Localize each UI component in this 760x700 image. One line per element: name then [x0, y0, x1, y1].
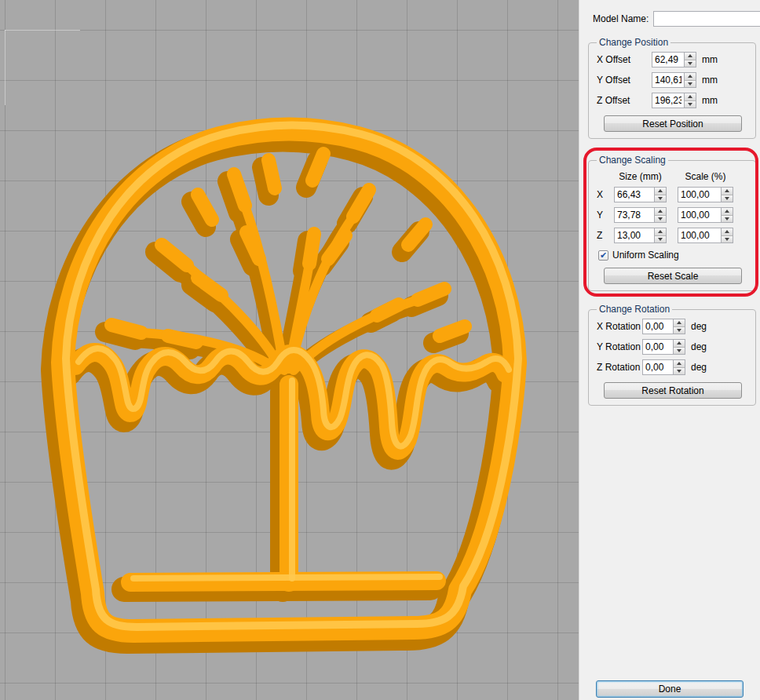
- axis-y-label: Y: [597, 210, 614, 221]
- spin-down-icon: [677, 349, 681, 352]
- y-offset-unit: mm: [702, 75, 718, 86]
- spin-up-icon: [658, 210, 663, 213]
- spin-up-icon: [688, 75, 692, 78]
- x-offset-input[interactable]: [652, 53, 684, 67]
- spin-up-icon: [725, 210, 729, 213]
- spin-down-icon: [658, 197, 663, 200]
- z-size-input[interactable]: [615, 228, 654, 242]
- scale-row-z: Z: [597, 225, 749, 246]
- z-rotation-row: Z Rotation deg: [597, 357, 749, 377]
- z-offset-unit: mm: [702, 95, 718, 106]
- z-rotation-spin-down[interactable]: [674, 367, 685, 375]
- z-offset-input[interactable]: [652, 93, 684, 108]
- scale-row-y: Y: [597, 205, 749, 225]
- spin-up-icon: [725, 189, 729, 192]
- x-offset-unit: mm: [702, 54, 718, 65]
- y-rotation-spin-down[interactable]: [674, 347, 685, 355]
- z-scale-input[interactable]: [678, 228, 721, 242]
- y-rotation-spinbox: [642, 339, 685, 355]
- z-offset-spin-up[interactable]: [685, 93, 696, 100]
- reset-position-button[interactable]: Reset Position: [604, 115, 742, 132]
- model-name-input[interactable]: [653, 11, 760, 27]
- spin-down-icon: [688, 62, 692, 65]
- spin-down-icon: [725, 197, 729, 200]
- x-size-spin-up[interactable]: [655, 188, 666, 195]
- scale-column-header: Scale (%): [678, 171, 733, 182]
- y-scale-spin-up[interactable]: [722, 208, 733, 215]
- y-offset-spin-up[interactable]: [685, 73, 696, 80]
- x-offset-label: X Offset: [597, 54, 652, 65]
- z-rotation-spinbox: [642, 359, 685, 375]
- y-offset-input[interactable]: [652, 73, 684, 87]
- y-size-spin-down[interactable]: [655, 215, 666, 223]
- z-offset-spin-down[interactable]: [685, 100, 696, 108]
- y-offset-label: Y Offset: [597, 75, 652, 86]
- change-scaling-title: Change Scaling: [597, 155, 668, 166]
- model-name-label: Model Name:: [593, 13, 649, 24]
- y-scale-spin-down[interactable]: [722, 215, 733, 223]
- z-size-spin-down[interactable]: [655, 235, 666, 243]
- done-button[interactable]: Done: [596, 680, 744, 698]
- spin-down-icon: [677, 329, 681, 332]
- x-size-spinbox: [614, 187, 667, 202]
- y-rotation-row: Y Rotation deg: [597, 337, 749, 357]
- x-scale-input[interactable]: [678, 188, 721, 202]
- axis-z-label: Z: [597, 230, 614, 241]
- x-rotation-spin-up[interactable]: [674, 319, 685, 326]
- viewport-3d[interactable]: [0, 0, 579, 700]
- uniform-scaling-row[interactable]: ✔ Uniform Scaling: [598, 247, 749, 263]
- control-panel: Model Name: Change Position X Offset mm …: [579, 0, 760, 700]
- spin-up-icon: [725, 230, 729, 233]
- x-offset-spinbox: [652, 52, 696, 67]
- model-name-row: Model Name:: [593, 11, 756, 27]
- y-size-input[interactable]: [615, 208, 654, 222]
- x-size-input[interactable]: [615, 188, 654, 202]
- x-rotation-spin-down[interactable]: [674, 326, 685, 334]
- y-rotation-unit: deg: [691, 341, 707, 352]
- x-rotation-row: X Rotation deg: [597, 316, 749, 337]
- checkmark-icon: ✔: [600, 251, 607, 260]
- change-position-title: Change Position: [597, 37, 670, 48]
- spin-down-icon: [725, 238, 729, 241]
- y-size-spin-up[interactable]: [655, 208, 666, 215]
- y-scale-input[interactable]: [678, 208, 721, 222]
- size-column-header: Size (mm): [614, 171, 667, 182]
- change-position-group: Change Position X Offset mm Y Offset: [588, 37, 756, 139]
- x-size-spin-down[interactable]: [655, 195, 666, 202]
- z-offset-spinbox: [652, 93, 696, 108]
- spin-up-icon: [677, 321, 681, 324]
- y-rotation-input[interactable]: [643, 340, 673, 354]
- z-scale-spin-down[interactable]: [722, 235, 733, 243]
- x-offset-spin-up[interactable]: [685, 53, 696, 60]
- y-offset-spin-down[interactable]: [685, 80, 696, 88]
- z-size-spinbox: [614, 228, 667, 243]
- spin-down-icon: [658, 217, 663, 221]
- z-scale-spinbox: [678, 228, 733, 243]
- y-size-spinbox: [614, 207, 667, 223]
- uniform-scaling-label: Uniform Scaling: [612, 250, 679, 261]
- reset-rotation-button[interactable]: Reset Rotation: [604, 382, 742, 399]
- x-scale-spin-down[interactable]: [722, 195, 733, 202]
- change-rotation-group: Change Rotation X Rotation deg Y Rotatio…: [588, 304, 756, 406]
- x-offset-row: X Offset mm: [597, 49, 749, 70]
- z-rotation-input[interactable]: [643, 360, 673, 374]
- change-rotation-title: Change Rotation: [597, 304, 672, 315]
- reset-scale-button[interactable]: Reset Scale: [604, 268, 742, 284]
- z-size-spin-up[interactable]: [655, 228, 666, 235]
- y-scale-spinbox: [678, 207, 733, 223]
- spin-up-icon: [677, 341, 681, 345]
- y-rotation-label: Y Rotation: [597, 341, 642, 352]
- scale-row-x: X: [597, 184, 749, 205]
- x-offset-spin-down[interactable]: [685, 60, 696, 67]
- y-rotation-spin-up[interactable]: [674, 340, 685, 347]
- y-offset-row: Y Offset mm: [597, 70, 749, 90]
- x-scale-spin-up[interactable]: [722, 188, 733, 195]
- z-scale-spin-up[interactable]: [722, 228, 733, 235]
- uniform-scaling-checkbox[interactable]: ✔: [598, 250, 608, 261]
- x-rotation-spinbox: [642, 319, 685, 334]
- x-rotation-input[interactable]: [643, 319, 673, 334]
- spin-down-icon: [688, 103, 692, 106]
- z-rotation-spin-up[interactable]: [674, 360, 685, 367]
- z-rotation-unit: deg: [691, 362, 707, 373]
- cookie-cutter-model[interactable]: [0, 0, 579, 700]
